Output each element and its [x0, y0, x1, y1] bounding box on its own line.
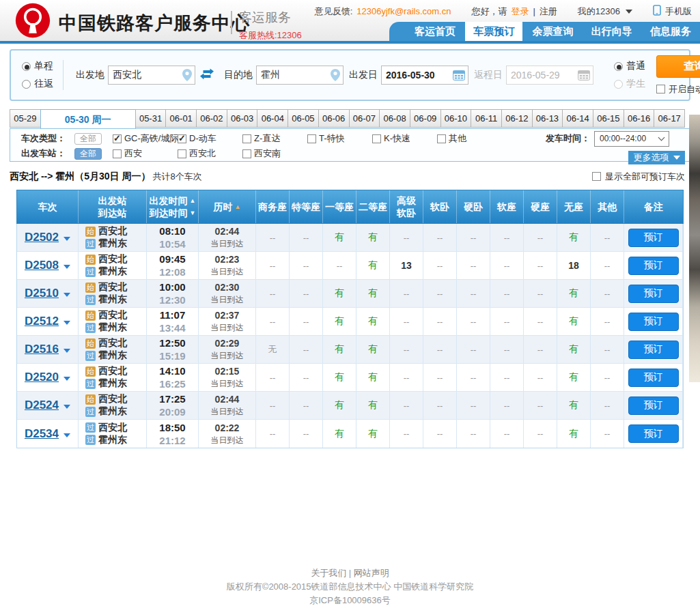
book-button[interactable]: 预订 [628, 313, 679, 331]
feedback-email-link[interactable]: 12306yjfk@rails.com.cn [356, 6, 451, 16]
train-type-checkbox[interactable]: Z-直达 [242, 132, 307, 145]
book-button[interactable]: 预订 [628, 257, 679, 275]
nav-tab[interactable]: 车票预订 [465, 22, 522, 41]
train-number-link[interactable]: D2510 [25, 287, 59, 300]
passenger-type-radio[interactable]: 学生 [614, 78, 645, 90]
duration: 02:23 [215, 253, 240, 266]
date-tab[interactable]: 06-09 [410, 109, 441, 128]
expand-caret-icon[interactable] [64, 349, 70, 353]
location-pin-icon[interactable] [182, 69, 192, 84]
col-duration[interactable]: 历时▲ [199, 190, 256, 223]
depart-time-select[interactable]: 00:00--24:00 [594, 131, 669, 147]
train-type-checkbox[interactable]: K-快速 [372, 132, 437, 145]
sort-desc-icon[interactable]: ▼ [190, 207, 196, 219]
date-tab[interactable]: 06-03 [227, 109, 258, 128]
train-type-label: 车次类型： [21, 132, 74, 145]
station-badge: 过 [85, 323, 96, 333]
date-tab[interactable]: 06-11 [471, 109, 502, 128]
train-type-checkbox[interactable]: D-动车 [178, 132, 242, 145]
arrive-day: 当日到达 [211, 266, 244, 278]
expand-caret-icon[interactable] [64, 433, 70, 437]
trip-type-radio[interactable]: 往返 [22, 78, 53, 90]
book-button[interactable]: 预订 [628, 369, 679, 387]
train-type-checkbox[interactable]: T-特快 [307, 132, 372, 145]
my-12306-link[interactable]: 我的12306 [578, 5, 620, 18]
register-link[interactable]: 注册 [540, 5, 557, 18]
train-number-link[interactable]: D2508 [25, 259, 59, 272]
seat-cell: 有 [356, 224, 390, 251]
date-tab[interactable]: 05-31 [135, 109, 167, 128]
expand-caret-icon[interactable] [64, 321, 70, 325]
date-tab[interactable]: 06-17 [654, 109, 685, 128]
date-tab[interactable]: 06-06 [318, 109, 350, 128]
sort-asc-active-icon[interactable]: ▲ [235, 201, 241, 213]
train-type-checkbox[interactable]: GC-高铁/城际 [113, 132, 178, 145]
arrive-time: 20:09 [159, 405, 185, 418]
book-button[interactable]: 预订 [628, 285, 679, 303]
date-tab[interactable]: 06-12 [501, 109, 533, 128]
nav-tab[interactable]: 余票查询 [524, 22, 581, 41]
train-number-link[interactable]: D2516 [25, 343, 59, 356]
expand-caret-icon[interactable] [64, 405, 70, 409]
station-checkbox[interactable]: 西安南 [242, 147, 307, 160]
date-tab[interactable]: 06-10 [440, 109, 472, 128]
nav-tab[interactable]: 客运首页 [406, 22, 464, 41]
chevron-down-icon[interactable] [626, 10, 632, 14]
col-times[interactable]: 出发时间▲ 到达时间▼ [147, 190, 199, 223]
date-tab[interactable]: 05-29 [10, 109, 41, 128]
depart-time: 09:45 [159, 252, 185, 265]
date-tab[interactable]: 06-04 [257, 109, 288, 128]
station-badge: 始 [85, 255, 96, 265]
date-tab[interactable]: 06-05 [288, 109, 319, 128]
passenger-type-radio[interactable]: 普通 [614, 60, 645, 72]
station-checkbox[interactable]: 西安 [113, 147, 178, 160]
nav-tab[interactable]: 出行向导 [583, 22, 641, 41]
station-all-button[interactable]: 全部 [74, 148, 102, 160]
train-type-checkbox[interactable]: 其他 [437, 132, 502, 145]
date-tab[interactable]: 05-30 周一 [40, 109, 136, 129]
book-button[interactable]: 预订 [628, 341, 679, 359]
location-pin-icon[interactable] [331, 69, 340, 84]
swap-stations-icon[interactable] [199, 68, 214, 82]
date-tab[interactable]: 06-13 [532, 109, 563, 128]
station-checkbox[interactable]: 西安北 [178, 147, 242, 160]
more-options-button[interactable]: 更多选项 [628, 151, 685, 164]
sort-asc-icon[interactable]: ▲ [190, 194, 196, 207]
arrive-time: 15:19 [159, 349, 185, 362]
train-number-link[interactable]: D2520 [25, 371, 59, 384]
checkbox-label: 其他 [449, 132, 466, 145]
date-tab[interactable]: 06-02 [196, 109, 227, 128]
expand-caret-icon[interactable] [64, 293, 70, 297]
trip-type-radio[interactable]: 单程 [22, 60, 53, 72]
book-button[interactable]: 预订 [628, 424, 679, 443]
seat-cell: -- [390, 392, 423, 419]
train-number-link[interactable]: D2502 [25, 231, 59, 244]
train-number-link[interactable]: D2524 [25, 399, 59, 412]
auto-query-toggle[interactable]: 开启自动查询 [656, 83, 700, 96]
station-badge: 始 [85, 366, 96, 377]
mobile-version-link[interactable]: 手机版 [665, 5, 692, 18]
seat-cell: -- [591, 280, 624, 307]
date-tab[interactable]: 06-15 [593, 109, 624, 128]
train-type-all-button[interactable]: 全部 [74, 133, 102, 145]
date-tab[interactable]: 06-16 [624, 109, 655, 128]
seat-cell: -- [457, 252, 490, 279]
query-button[interactable]: 查询 [656, 55, 700, 78]
date-tab[interactable]: 06-01 [165, 109, 197, 128]
expand-caret-icon[interactable] [64, 237, 70, 241]
date-tab[interactable]: 06-08 [379, 109, 410, 128]
expand-caret-icon[interactable] [64, 377, 70, 381]
statement-link[interactable]: 网站声明 [354, 568, 389, 578]
calendar-icon[interactable] [453, 69, 465, 83]
show-all-toggle[interactable]: 显示全部可预订车次 [592, 171, 685, 183]
book-button[interactable]: 预订 [628, 396, 679, 415]
expand-caret-icon[interactable] [64, 265, 70, 269]
about-link[interactable]: 关于我们 [311, 568, 346, 578]
book-button[interactable]: 预订 [628, 229, 679, 247]
train-number-link[interactable]: D2534 [25, 427, 59, 441]
date-tab[interactable]: 06-07 [349, 109, 380, 128]
date-tab[interactable]: 06-14 [562, 109, 593, 128]
nav-tab[interactable]: 信息服务 [642, 22, 699, 41]
train-number-link[interactable]: D2512 [25, 315, 59, 328]
login-link[interactable]: 登录 [511, 5, 529, 18]
